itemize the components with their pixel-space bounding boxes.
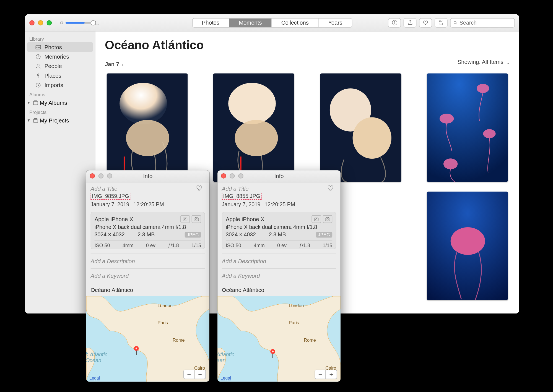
share-icon — [407, 19, 413, 26]
sidebar-item-imports[interactable]: Imports — [27, 80, 93, 90]
close-window-button[interactable] — [221, 173, 226, 179]
moment-title: Océano Atlántico — [105, 38, 510, 52]
ocean-label-line2: Ocean — [86, 357, 101, 364]
sidebar-group-my-projects[interactable]: ▼ My Projects — [25, 116, 95, 125]
svg-point-35 — [196, 219, 197, 220]
map-label-paris: Paris — [157, 320, 168, 325]
share-toolbar-button[interactable] — [404, 18, 417, 27]
keyword-field[interactable]: Add a Keyword — [91, 268, 205, 283]
favorite-toolbar-button[interactable] — [419, 18, 432, 27]
sidebar-item-places[interactable]: Places — [27, 71, 93, 80]
svg-point-7 — [37, 64, 39, 66]
filename-label: IMG_8855.JPG — [222, 193, 262, 200]
format-badge: JPEG — [316, 232, 332, 237]
projects-folder-icon — [32, 117, 39, 124]
location-label[interactable]: Océano Atlántico — [222, 283, 336, 296]
svg-point-33 — [185, 219, 186, 220]
showing-value: All Items — [482, 59, 503, 65]
photo-thumbnail[interactable] — [427, 73, 508, 182]
showing-filter[interactable]: Showing: All Items ⌄ — [458, 59, 510, 65]
search-input[interactable] — [459, 20, 512, 26]
sidebar-section-library: Library — [25, 34, 95, 42]
camera-badge-button[interactable] — [323, 215, 332, 223]
map-zoom-in-button[interactable]: + — [195, 370, 206, 379]
photo-thumbnail[interactable] — [427, 192, 508, 300]
segment-photos[interactable]: Photos — [193, 18, 229, 27]
panel-title: Info — [143, 173, 152, 179]
segment-collections[interactable]: Collections — [272, 18, 318, 27]
raw-badge-button[interactable] — [311, 215, 321, 223]
description-field[interactable]: Add a Description — [222, 254, 336, 268]
svg-point-46 — [272, 351, 274, 352]
album-folder-icon — [32, 99, 39, 106]
search-field[interactable] — [450, 18, 515, 27]
minimize-window-button[interactable] — [98, 173, 104, 179]
sidebar-item-photos[interactable]: Photos — [27, 42, 93, 52]
info-toolbar-button[interactable] — [388, 18, 401, 27]
lens-label: iPhone X back dual camera 4mm f/1.8 — [95, 224, 201, 230]
close-window-button[interactable] — [29, 20, 35, 25]
map-zoom-out-button[interactable]: − — [183, 370, 195, 379]
dimensions-label: 3024 × 4032 — [226, 232, 256, 238]
photo-thumbnail[interactable] — [320, 73, 401, 182]
showing-label: Showing: — [458, 59, 481, 65]
map-legal-link[interactable]: Legal — [89, 376, 100, 380]
location-map[interactable]: London Paris Rome Cairo Atlantic ean Leg… — [217, 296, 341, 382]
sidebar-item-people[interactable]: People — [27, 61, 93, 71]
map-label-london: London — [157, 303, 173, 308]
rotate-toolbar-button[interactable] — [435, 18, 448, 27]
zoom-window-button[interactable] — [107, 173, 112, 179]
favorite-button[interactable] — [196, 184, 203, 193]
zoom-window-button[interactable] — [238, 173, 243, 179]
map-label-rome: Rome — [173, 337, 185, 343]
location-map[interactable]: London Paris Rome Cairo h Atlantic Ocean… — [86, 296, 209, 382]
camera-badge-button[interactable] — [192, 215, 201, 223]
description-field[interactable]: Add a Description — [91, 254, 205, 268]
info-icon — [391, 19, 398, 26]
rotate-icon — [438, 19, 444, 26]
segment-years[interactable]: Years — [319, 18, 352, 27]
title-field[interactable]: Add a Title — [222, 185, 336, 192]
sidebar-group-label: My Projects — [40, 117, 69, 124]
moment-date-label: Jan 7 — [105, 61, 119, 67]
raw-badge-button[interactable] — [180, 215, 190, 223]
favorite-button[interactable] — [327, 184, 334, 193]
dimensions-label: 3024 × 4032 — [95, 232, 125, 238]
minimize-window-button[interactable] — [230, 173, 235, 179]
moment-date-link[interactable]: Jan 7 › — [105, 61, 123, 67]
exif-card: Apple iPhone X iPhone X back dual camera… — [91, 212, 205, 249]
svg-point-16 — [126, 120, 169, 156]
svg-rect-42 — [325, 218, 330, 221]
device-name: Apple iPhone X — [95, 216, 133, 222]
heart-icon — [196, 184, 203, 192]
lens-label: iPhone X back dual camera 4mm f/1.8 — [226, 224, 332, 230]
ocean-label-line1: Atlantic — [217, 351, 234, 357]
title-field[interactable]: Add a Title — [91, 185, 205, 192]
window-titlebar: Photos Moments Collections Years — [25, 14, 519, 31]
people-icon — [35, 62, 41, 69]
photo-thumbnail[interactable] — [107, 73, 188, 182]
imports-icon — [35, 82, 41, 88]
close-window-button[interactable] — [90, 173, 95, 179]
map-pin-icon — [269, 349, 276, 358]
photo-thumbnail[interactable] — [213, 73, 294, 182]
keyword-field[interactable]: Add a Keyword — [222, 268, 336, 283]
minimize-window-button[interactable] — [38, 20, 43, 25]
sidebar-group-my-albums[interactable]: ▼ My Albums — [25, 98, 95, 107]
segment-moments[interactable]: Moments — [229, 18, 272, 27]
zoom-window-button[interactable] — [46, 20, 52, 25]
map-zoom-in-button[interactable]: + — [326, 370, 337, 379]
location-label[interactable]: Océano Atlántico — [91, 283, 205, 296]
sidebar-item-memories[interactable]: Memories — [27, 52, 93, 61]
sidebar-group-label: My Albums — [40, 100, 67, 106]
map-pin-icon — [133, 346, 140, 355]
sidebar-item-label: People — [45, 63, 62, 69]
format-badge: JPEG — [185, 232, 201, 237]
info-panel: Info Add a Title IMG_9859.JPG January 7,… — [86, 170, 209, 381]
map-zoom-out-button[interactable]: − — [315, 370, 326, 379]
aperture-label: ƒ/1.8 — [168, 243, 179, 248]
camera-icon — [324, 216, 331, 222]
map-legal-link[interactable]: Legal — [220, 376, 231, 380]
thumbnail-zoom-slider[interactable] — [60, 20, 99, 26]
svg-rect-40 — [314, 218, 318, 221]
